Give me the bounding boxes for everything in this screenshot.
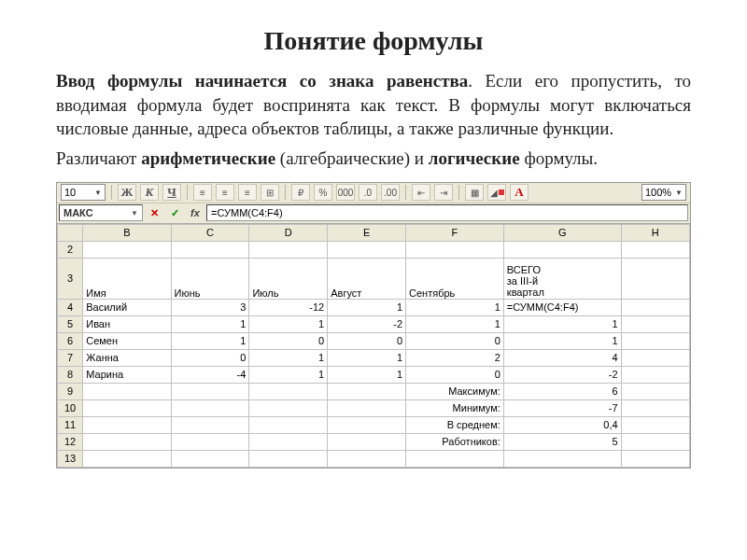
decrease-indent-button[interactable]: ⇤ — [412, 184, 430, 201]
cell[interactable]: Жанна — [83, 349, 171, 366]
cell[interactable]: 0 — [406, 366, 504, 383]
cell[interactable]: 1 — [171, 332, 249, 349]
increase-indent-button[interactable]: ⇥ — [434, 184, 453, 201]
zoom-selector[interactable]: 100% ▼ — [641, 184, 686, 201]
row-header[interactable]: 8 — [58, 366, 83, 383]
cell[interactable]: -7 — [503, 399, 621, 416]
row-header[interactable]: 13 — [58, 450, 83, 467]
merge-button[interactable]: ⊞ — [261, 184, 279, 201]
cell[interactable]: ВСЕГО за III-й квартал — [503, 258, 621, 299]
underline-button[interactable]: Ч — [162, 184, 181, 201]
cell[interactable]: 6 — [503, 383, 621, 399]
row-header[interactable]: 5 — [58, 315, 83, 332]
col-header-H[interactable]: H — [621, 224, 689, 241]
worksheet-grid[interactable]: B C D E F G H 2 3 Имя Июнь Июль А — [57, 224, 690, 468]
cell[interactable]: 1 — [171, 315, 249, 332]
fill-color-button[interactable]: ◢ — [487, 184, 506, 201]
cell[interactable]: Работников: — [406, 433, 504, 450]
cell[interactable]: Семен — [83, 332, 171, 349]
row-header[interactable]: 9 — [58, 383, 83, 399]
cell[interactable]: 1 — [328, 299, 406, 315]
cell[interactable]: Август — [328, 258, 406, 299]
row-header[interactable]: 3 — [58, 258, 83, 299]
row-header[interactable]: 12 — [58, 433, 83, 450]
col-header-F[interactable]: F — [406, 224, 504, 241]
cell[interactable]: 0 — [406, 332, 504, 349]
borders-button[interactable]: ▦ — [465, 184, 484, 201]
col-header-B[interactable]: B — [83, 224, 171, 241]
percent-button[interactable]: % — [314, 184, 332, 201]
row-header[interactable]: 11 — [58, 416, 83, 433]
cell[interactable]: 0 — [249, 332, 328, 349]
cell[interactable]: 1 — [503, 332, 621, 349]
accept-formula-button[interactable]: ✓ — [165, 204, 184, 221]
cell[interactable]: -2 — [503, 366, 621, 383]
bold-button[interactable]: Ж — [118, 184, 136, 201]
select-all-corner[interactable] — [58, 224, 83, 241]
decrease-decimal-button[interactable]: .00 — [381, 184, 400, 201]
cell[interactable]: Максимум: — [406, 383, 504, 399]
cell[interactable]: 1 — [328, 366, 406, 383]
col-header-E[interactable]: E — [328, 224, 406, 241]
slide-title: Понятие формулы — [56, 26, 691, 56]
cell[interactable]: 4 — [503, 349, 621, 366]
currency-button[interactable]: ₽ — [291, 184, 310, 201]
cell[interactable]: -4 — [171, 366, 249, 383]
cell[interactable]: Имя — [83, 258, 171, 299]
row-header[interactable]: 6 — [58, 332, 83, 349]
cell[interactable]: 3 — [171, 299, 249, 315]
formula-input[interactable]: =СУММ(C4:F4) — [206, 204, 688, 221]
increase-decimal-button[interactable]: .0 — [359, 184, 377, 201]
cell[interactable]: 2 — [406, 349, 504, 366]
row-header[interactable]: 2 — [58, 241, 83, 258]
comma-button[interactable]: 000 — [336, 184, 355, 201]
cell[interactable]: 1 — [249, 315, 328, 332]
cell[interactable]: Июнь — [171, 258, 249, 299]
font-size-value: 10 — [64, 187, 76, 198]
cell[interactable]: Иван — [83, 315, 171, 332]
align-left-button[interactable]: ≡ — [193, 184, 212, 201]
cell[interactable]: 1 — [249, 366, 328, 383]
cell[interactable]: 1 — [503, 315, 621, 332]
cell[interactable]: Марина — [83, 366, 171, 383]
row-8: 8 Марина -4 1 1 0 -2 — [58, 366, 690, 383]
row-header[interactable]: 4 — [58, 299, 83, 315]
cell[interactable]: В среднем: — [406, 416, 504, 433]
cell[interactable]: 5 — [503, 433, 621, 450]
para2-e: формулы. — [520, 148, 598, 168]
fx-icon[interactable]: fx — [186, 204, 204, 221]
para2-c: (алгебраические) и — [275, 148, 429, 168]
fill-color-swatch — [499, 189, 504, 195]
italic-button[interactable]: К — [140, 184, 159, 201]
cancel-formula-button[interactable]: ✕ — [145, 204, 163, 221]
row-header[interactable]: 10 — [58, 399, 83, 416]
cell[interactable]: 0 — [171, 349, 249, 366]
chevron-down-icon: ▼ — [131, 209, 138, 217]
name-box[interactable]: МАКС ▼ — [59, 204, 143, 221]
cell[interactable]: Василий — [83, 299, 171, 315]
col-header-G[interactable]: G — [503, 224, 621, 241]
cell[interactable]: 1 — [406, 315, 504, 332]
row-header[interactable]: 7 — [58, 349, 83, 366]
g-hdr-1: ВСЕГО — [507, 264, 541, 275]
cell[interactable]: -2 — [328, 315, 406, 332]
cell[interactable]: Минимум: — [406, 399, 504, 416]
cell[interactable]: 1 — [328, 349, 406, 366]
col-header-D[interactable]: D — [249, 224, 328, 241]
formula-bar: МАКС ▼ ✕ ✓ fx =СУММ(C4:F4) — [57, 203, 690, 224]
font-color-button[interactable]: A — [510, 184, 529, 201]
active-cell[interactable]: =СУММ(C4:F4) — [503, 299, 621, 315]
align-center-button[interactable]: ≡ — [216, 184, 234, 201]
cell[interactable]: Сентябрь — [406, 258, 504, 299]
para2-a: Различают — [56, 148, 141, 168]
font-size-selector[interactable]: 10 ▼ — [61, 184, 106, 201]
cell[interactable]: 0 — [328, 332, 406, 349]
cell[interactable]: 0,4 — [503, 416, 621, 433]
col-header-C[interactable]: C — [171, 224, 249, 241]
cell[interactable]: 1 — [406, 299, 504, 315]
cell[interactable]: 1 — [249, 349, 328, 366]
formula-text: =СУММ(C4:F4) — [211, 207, 283, 218]
cell[interactable]: -12 — [249, 299, 328, 315]
align-right-button[interactable]: ≡ — [238, 184, 257, 201]
cell[interactable]: Июль — [249, 258, 328, 299]
